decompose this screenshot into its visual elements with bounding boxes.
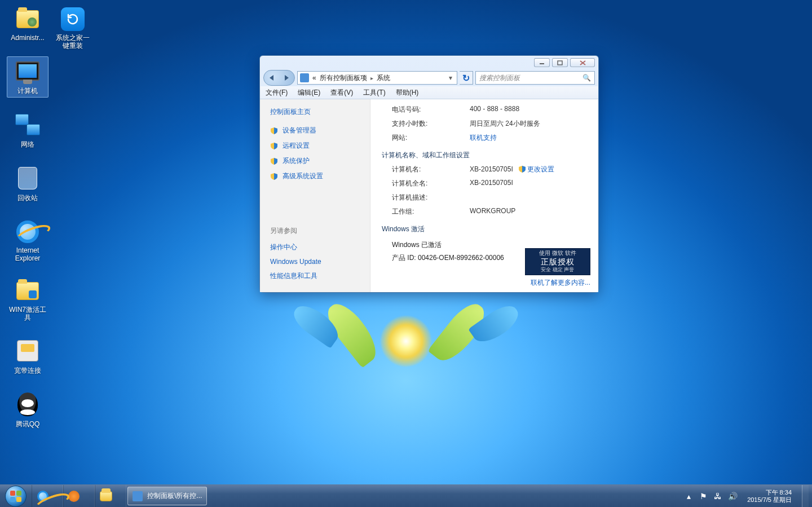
system-properties-window: « 所有控制面板项▸ 系统 ▾ ↻ 搜索控制面板 🔍 文件(F) 编辑(E) 查… [259, 55, 599, 293]
close-button[interactable] [570, 58, 595, 67]
description-label: 计算机描述: [392, 193, 470, 202]
window-titlebar[interactable] [260, 56, 598, 69]
shield-icon [270, 173, 278, 180]
desktop-icon-internet-explorer[interactable]: Internet Explorer [7, 217, 48, 264]
desktop-icons-col2: 系统之家一键重装 [52, 5, 94, 52]
explorer-icon [100, 490, 112, 502]
ie-icon [15, 219, 41, 245]
desktop-icon-reinstall-app[interactable]: 系统之家一键重装 [52, 5, 94, 52]
menu-file[interactable]: 文件(F) [266, 88, 288, 97]
clock-time: 下午 8:34 [747, 489, 792, 496]
tray-volume-icon[interactable]: 🔊 [728, 492, 737, 501]
start-button[interactable] [0, 485, 32, 507]
sidebar-link-performance[interactable]: 性能信息和工具 [270, 271, 360, 281]
taskbar: 控制面板\所有控... ▴ ⚑ 🖧 🔊 下午 8:34 2015/7/5 星期日 [0, 484, 812, 507]
search-placeholder: 搜索控制面板 [479, 73, 520, 83]
desktop-icon-network[interactable]: 网络 [7, 110, 48, 151]
taskbar-item-control-panel[interactable]: 控制面板\所有控... [127, 487, 207, 505]
tray-flag-icon[interactable]: ⚑ [699, 492, 708, 501]
sidebar-see-also: 另请参阅 [270, 226, 360, 236]
sidebar-link-remote-settings[interactable]: 远程设置 [270, 141, 360, 151]
desktop-icons-col1: Administr... 计算机 网络 回收站 Internet Explore… [7, 5, 48, 431]
control-panel-icon [300, 73, 309, 82]
breadcrumb-current: 系统 [377, 73, 390, 83]
menu-edit[interactable]: 编辑(E) [298, 88, 320, 97]
minimize-button[interactable] [534, 58, 550, 67]
sidebar-link-device-manager[interactable]: 设备管理器 [270, 126, 360, 135]
shield-icon [270, 142, 278, 150]
hours-label: 支持小时数: [392, 119, 470, 129]
desktop-icon-administrator[interactable]: Administr... [7, 5, 48, 44]
desktop-icon-label: 网络 [21, 140, 34, 149]
change-settings-link[interactable]: 更改设置 [518, 165, 554, 173]
desktop-icon-label: 腾讯QQ [16, 420, 40, 429]
tray-show-hidden-icon[interactable]: ▴ [684, 492, 693, 501]
phone-label: 电话号码: [392, 105, 470, 114]
desktop-icon-computer[interactable]: 计算机 [7, 56, 48, 98]
breadcrumb-bar[interactable]: « 所有控制面板项▸ 系统 ▾ [297, 71, 457, 85]
section-computer-name: 计算机名称、域和工作组设置 [382, 151, 589, 160]
network-icon [15, 112, 41, 138]
sidebar-link-action-center[interactable]: 操作中心 [270, 243, 360, 252]
sidebar-header[interactable]: 控制面板主页 [270, 107, 360, 117]
hours-value: 周日至周六 24小时服务 [470, 119, 589, 129]
tray-network-icon[interactable]: 🖧 [713, 492, 722, 501]
windows-logo-icon [5, 486, 27, 507]
refresh-button[interactable]: ↻ [460, 71, 473, 85]
full-name-value: XB-20150705I [470, 179, 589, 187]
show-desktop-button[interactable] [802, 485, 809, 507]
genuine-line3: 安全 稳定 声誉 [541, 267, 574, 273]
sidebar-link-advanced-settings[interactable]: 高级系统设置 [270, 171, 360, 181]
genuine-badge: 使用 微软 软件 正版授权 安全 稳定 声誉 [525, 248, 590, 275]
taskbar-item-label: 控制面板\所有控... [147, 491, 202, 501]
desktop-icon-label: Internet Explorer [15, 247, 41, 263]
search-input[interactable]: 搜索控制面板 🔍 [475, 71, 595, 85]
clock-date: 2015/7/5 星期日 [747, 496, 792, 503]
svg-rect-1 [558, 61, 562, 65]
maximize-button[interactable] [552, 58, 568, 67]
qq-icon [15, 391, 41, 417]
address-row: « 所有控制面板项▸ 系统 ▾ ↻ 搜索控制面板 🔍 [263, 69, 595, 86]
desktop-icon-recycle-bin[interactable]: 回收站 [7, 164, 48, 205]
desktop-icon-label: 系统之家一键重装 [54, 34, 92, 50]
desktop-wallpaper-flare [231, 316, 581, 406]
menu-tools[interactable]: 工具(T) [363, 88, 385, 97]
folder-icon [15, 6, 41, 32]
desktop-icon-label: 计算机 [17, 86, 38, 96]
site-link[interactable]: 联机支持 [470, 133, 589, 143]
control-panel-icon [133, 491, 143, 501]
desktop-icon-win7-activation[interactable]: WIN7激活工具 [7, 276, 48, 324]
sidebar: 控制面板主页 设备管理器 远程设置 系统保护 高级系统设置 另请参阅 操作中心 … [260, 99, 370, 292]
desktop-icon-dialup[interactable]: 宽带连接 [7, 336, 48, 377]
site-label: 网站: [392, 133, 470, 143]
desktop-icon-label: 宽带连接 [14, 366, 41, 376]
menu-view[interactable]: 查看(V) [330, 88, 353, 97]
desktop-icon-qq[interactable]: 腾讯QQ [7, 390, 48, 431]
shield-icon [270, 157, 278, 165]
breadcrumb-root[interactable]: 所有控制面板项 [320, 73, 367, 83]
chevron-right-icon: ▸ [370, 75, 373, 81]
taskbar-clock[interactable]: 下午 8:34 2015/7/5 星期日 [743, 487, 796, 504]
full-name-label: 计算机全名: [392, 179, 470, 188]
sidebar-link-windows-update[interactable]: Windows Update [270, 258, 360, 266]
section-activation: Windows 激活 [382, 224, 589, 234]
main-panel: 电话号码: 400 - 888 - 8888 支持小时数: 周日至周六 24小时… [370, 99, 598, 292]
media-player-icon [68, 491, 80, 502]
desktop-icon-label: 回收站 [17, 193, 38, 203]
phone-value: 400 - 888 - 8888 [470, 105, 589, 113]
window-content: 控制面板主页 设备管理器 远程设置 系统保护 高级系统设置 另请参阅 操作中心 … [260, 99, 598, 292]
dialup-icon [15, 338, 41, 364]
taskbar-pin-explorer[interactable] [95, 485, 126, 507]
menubar: 文件(F) 编辑(E) 查看(V) 工具(T) 帮助(H) [260, 86, 598, 99]
nav-back-forward[interactable] [263, 70, 295, 86]
breadcrumb-dropdown-icon[interactable]: ▾ [447, 74, 454, 82]
learn-more-link[interactable]: 联机了解更多内容... [531, 278, 590, 288]
forward-icon [285, 75, 289, 81]
workgroup-value: WORKGROUP [470, 207, 589, 215]
taskbar-pin-ie[interactable] [32, 485, 63, 507]
ie-icon [37, 490, 49, 502]
refresh-icon: ↻ [462, 73, 470, 83]
workgroup-label: 工作组: [392, 207, 470, 217]
sidebar-link-system-protection[interactable]: 系统保护 [270, 156, 360, 166]
menu-help[interactable]: 帮助(H) [396, 88, 419, 97]
